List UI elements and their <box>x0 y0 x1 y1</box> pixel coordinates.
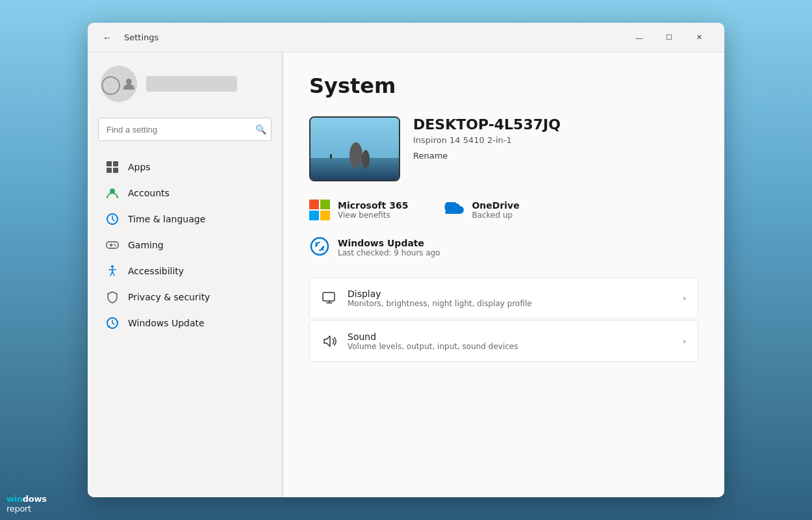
window-title: Settings <box>124 32 159 42</box>
sound-icon <box>322 333 337 349</box>
svg-point-0 <box>126 79 132 84</box>
onedrive-card[interactable]: OneDrive Backed up <box>443 200 519 220</box>
info-cards: Microsoft 365 View benefits OneDrive Bac… <box>309 200 698 220</box>
title-bar-controls: — ☐ ✕ <box>624 27 714 48</box>
device-name: DESKTOP-4L537JQ <box>413 116 561 133</box>
avatar: ◯ <box>101 66 137 102</box>
sound-subtitle: Volume levels, output, input, sound devi… <box>348 342 672 351</box>
svg-point-8 <box>114 244 115 245</box>
sidebar-item-windows-update[interactable]: Windows Update <box>93 310 277 336</box>
windows-update-nav-icon <box>106 317 119 330</box>
search-box: 🔍 <box>98 118 272 141</box>
content-area: ◯ 🔍 <box>88 53 724 497</box>
user-profile: ◯ <box>88 66 282 118</box>
windows-update-row[interactable]: Windows Update Last checked: 9 hours ago <box>309 236 698 259</box>
accessibility-icon <box>106 265 119 278</box>
display-subtitle: Monitors, brightness, night light, displ… <box>348 299 672 308</box>
windows-update-subtitle: Last checked: 9 hours ago <box>338 248 440 257</box>
ms365-text: Microsoft 365 View benefits <box>338 200 408 220</box>
main-content: System <box>283 53 724 497</box>
device-image-inner <box>311 118 399 180</box>
page-title: System <box>309 73 698 98</box>
watermark-report: report <box>6 504 31 514</box>
privacy-icon <box>106 291 119 304</box>
ms365-title: Microsoft 365 <box>338 200 408 211</box>
watermark-win: win <box>6 494 23 504</box>
onedrive-text: OneDrive Backed up <box>472 200 519 220</box>
svg-rect-1 <box>107 161 112 166</box>
sidebar-item-accounts-label: Accounts <box>128 188 170 198</box>
search-input[interactable] <box>98 118 272 141</box>
back-button[interactable]: ← <box>98 29 116 47</box>
display-chevron: › <box>683 294 686 303</box>
display-text: Display Monitors, brightness, night ligh… <box>348 289 672 308</box>
ms365-subtitle: View benefits <box>338 211 408 220</box>
sidebar-item-windows-update-label: Windows Update <box>128 318 205 328</box>
accounts-icon <box>106 187 119 200</box>
sidebar-item-accessibility-label: Accessibility <box>128 266 184 276</box>
sidebar-item-privacy-label: Privacy & security <box>128 292 210 302</box>
svg-point-17 <box>311 238 328 255</box>
minimize-button[interactable]: — <box>624 27 654 48</box>
sidebar-item-gaming-label: Gaming <box>128 240 164 250</box>
sidebar: ◯ 🔍 <box>88 53 283 497</box>
sidebar-item-privacy-security[interactable]: Privacy & security ← <box>93 284 277 310</box>
windows-update-title: Windows Update <box>338 238 440 248</box>
display-title: Display <box>348 289 672 299</box>
title-bar: ← Settings — ☐ ✕ <box>88 23 724 53</box>
svg-rect-4 <box>113 168 118 173</box>
svg-rect-18 <box>323 292 335 301</box>
display-icon <box>322 291 337 306</box>
close-button[interactable]: ✕ <box>684 27 714 48</box>
device-model: Inspiron 14 5410 2-in-1 <box>413 135 561 145</box>
maximize-button[interactable]: ☐ <box>654 27 684 48</box>
microsoft365-card[interactable]: Microsoft 365 View benefits <box>309 200 408 220</box>
sound-title: Sound <box>348 332 672 342</box>
svg-point-10 <box>111 265 114 268</box>
sound-chevron: › <box>683 337 686 346</box>
svg-point-9 <box>115 245 116 246</box>
time-icon <box>106 213 119 226</box>
rename-link[interactable]: Rename <box>413 151 448 161</box>
ms365-icon <box>309 200 330 220</box>
search-icon[interactable]: 🔍 <box>255 124 266 135</box>
sidebar-item-apps-label: Apps <box>128 162 151 172</box>
sidebar-item-time-label: Time & language <box>128 214 205 224</box>
device-info: DESKTOP-4L537JQ Inspiron 14 5410 2-in-1 … <box>413 116 561 161</box>
sidebar-item-time-language[interactable]: Time & language <box>93 206 277 232</box>
gaming-icon <box>106 239 119 252</box>
svg-rect-3 <box>107 168 112 173</box>
watermark-dows: dows <box>23 494 47 504</box>
apps-icon <box>106 161 119 174</box>
title-bar-left: ← Settings <box>98 29 159 47</box>
svg-rect-16 <box>330 154 332 159</box>
sound-text: Sound Volume levels, output, input, soun… <box>348 332 672 351</box>
display-row[interactable]: Display Monitors, brightness, night ligh… <box>309 278 698 319</box>
sidebar-item-accounts[interactable]: Accounts <box>93 180 277 206</box>
watermark: windows report <box>6 494 47 514</box>
sidebar-item-apps[interactable]: Apps <box>93 154 277 180</box>
avatar-svg <box>121 75 137 93</box>
svg-point-15 <box>362 150 370 168</box>
svg-point-14 <box>349 142 362 168</box>
settings-list: Display Monitors, brightness, night ligh… <box>309 278 698 362</box>
windows-update-icon <box>309 236 330 259</box>
onedrive-subtitle: Backed up <box>472 211 519 220</box>
onedrive-title: OneDrive <box>472 200 519 211</box>
device-section: DESKTOP-4L537JQ Inspiron 14 5410 2-in-1 … <box>309 116 698 181</box>
svg-rect-2 <box>113 161 118 166</box>
settings-window: ← Settings — ☐ ✕ ◯ <box>88 23 724 497</box>
person-icon: ◯ <box>101 73 121 95</box>
sidebar-item-accessibility[interactable]: Accessibility <box>93 258 277 284</box>
device-image <box>309 116 400 181</box>
windows-update-text: Windows Update Last checked: 9 hours ago <box>338 238 440 257</box>
user-name-placeholder <box>146 76 237 92</box>
sound-row[interactable]: Sound Volume levels, output, input, soun… <box>309 320 698 362</box>
onedrive-icon <box>443 202 464 218</box>
sidebar-item-gaming[interactable]: Gaming <box>93 232 277 258</box>
